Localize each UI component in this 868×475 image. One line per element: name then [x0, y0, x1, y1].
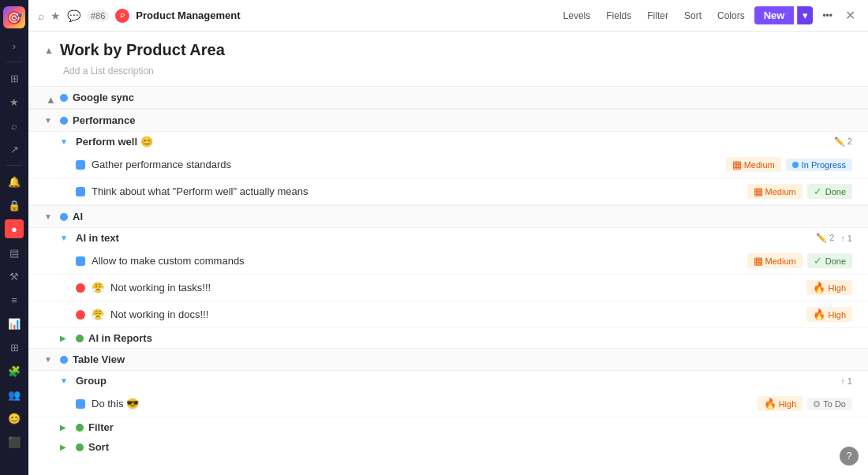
fields-button[interactable]: Fields [600, 7, 638, 24]
main-content: ⌕ ★ 💬 #86 P Product Management Levels Fi… [28, 0, 868, 475]
subgroup-count-ai-text: ✏️ 2 ↑ 1 [816, 233, 852, 243]
star-icon[interactable]: ★ [51, 9, 61, 22]
sidebar-icon-more[interactable]: ⬛ [5, 432, 24, 451]
group-dot-performance [60, 117, 68, 125]
task-status-dot [76, 399, 85, 409]
subgroup-header-perform-well[interactable]: ▼ Perform well 😊 ✏️ 2 [28, 132, 868, 151]
sidebar-icon-card[interactable]: ▤ [5, 243, 24, 262]
task-row[interactable]: Think about what "Perform well" actually… [28, 178, 868, 205]
subgroup-name-filter: Filter [88, 421, 114, 433]
comments-icon[interactable]: 💬 [67, 9, 80, 22]
sidebar-icon-home[interactable]: ⊞ [5, 69, 24, 88]
task-status-dot [76, 283, 85, 293]
task-row[interactable]: Gather performance standards ▦ Medium In… [28, 151, 868, 178]
subgroup-toggle-ai-text: ▼ [60, 234, 71, 242]
sidebar-icon-arrow[interactable]: › [5, 36, 24, 55]
priority-tag[interactable]: ▦ Medium [747, 253, 803, 268]
new-button[interactable]: New [754, 6, 795, 24]
sidebar-icon-search[interactable]: ⌕ [5, 116, 24, 135]
task-status-dot [76, 256, 85, 266]
page-title: Work by Product Area [60, 41, 225, 59]
more-options-button[interactable]: ••• [816, 7, 839, 24]
sidebar-icon-lock[interactable]: 🔒 [5, 196, 24, 215]
priority-icon: ▦ [754, 185, 763, 197]
colors-button[interactable]: Colors [711, 7, 751, 24]
subgroup-dot-sort [76, 443, 84, 451]
search-icon[interactable]: ⌕ [38, 9, 44, 22]
subgroup-dot-ai-reports [76, 335, 84, 342]
group-header-performance[interactable]: ▼ Performance [28, 109, 868, 132]
task-row[interactable]: 😤 Not working in tasks!!! 🔥 High [28, 275, 868, 301]
subgroup-header-ai-text[interactable]: ▼ AI in text ✏️ 2 ↑ 1 [28, 228, 868, 248]
group-google-sync: ▶ Google sync [28, 86, 868, 109]
priority-tag[interactable]: ▦ Medium [747, 184, 803, 199]
task-tags: 🔥 High To Do [758, 396, 852, 411]
priority-tag[interactable]: ▦ Medium [726, 157, 781, 172]
sidebar-icon-bell[interactable]: 🔔 [5, 172, 24, 191]
status-tag[interactable]: ✓ Done [807, 253, 852, 268]
sidebar-icon-chart[interactable]: 📊 [5, 314, 24, 333]
sidebar-icon-star[interactable]: ★ [5, 92, 24, 111]
subgroup-name-perform-well: Perform well 😊 [76, 136, 153, 148]
sidebar-icon-active[interactable]: ● [5, 219, 24, 238]
arrow-count: ↑ 1 [840, 376, 852, 386]
sidebar-icon-users[interactable]: 👥 [5, 385, 24, 404]
topbar-left: ⌕ ★ 💬 #86 P Product Management [38, 9, 551, 23]
sidebar-icon-widgets[interactable]: 🧩 [5, 361, 24, 380]
project-avatar: P [115, 9, 129, 23]
subgroup-header-filter[interactable]: ▶ Filter [28, 417, 868, 437]
done-icon: ✓ [814, 185, 822, 197]
page-collapse-arrow[interactable]: ▲ [44, 45, 54, 56]
levels-button[interactable]: Levels [557, 7, 597, 24]
done-icon: ✓ [814, 255, 822, 267]
subgroup-count-group: ↑ 1 [840, 376, 852, 386]
fire-icon: 🔥 [813, 309, 825, 320]
group-dot-table-view [60, 356, 68, 364]
priority-tag[interactable]: 🔥 High [758, 396, 803, 411]
subgroup-count-perform-well: ✏️ 2 [834, 137, 852, 147]
page-description[interactable]: Add a List description [28, 65, 868, 86]
subgroup-header-sort[interactable]: ▶ Sort [28, 437, 868, 457]
filter-button[interactable]: Filter [641, 7, 675, 24]
priority-tag[interactable]: 🔥 High [806, 280, 852, 295]
task-row[interactable]: 😤 Not working in docs!!! 🔥 High [28, 301, 868, 328]
status-tag[interactable]: To Do [807, 398, 852, 410]
task-row[interactable]: Do this 😎 🔥 High To Do [28, 391, 868, 417]
app-logo[interactable]: 🎯 [3, 6, 25, 28]
group-header-google-sync[interactable]: ▶ Google sync [28, 86, 868, 109]
sidebar-icon-trending[interactable]: ↗ [5, 140, 24, 159]
group-toggle-google-sync: ▶ [46, 92, 54, 103]
sort-button[interactable]: Sort [678, 7, 708, 24]
sidebar: 🎯 › ⊞ ★ ⌕ ↗ 🔔 🔒 ● ▤ ⚒ ≡ 📊 ⊞ 🧩 👥 😊 ⬛ [0, 0, 28, 475]
group-header-table-view[interactable]: ▼ Table View [28, 348, 868, 371]
subgroup-dot-filter [76, 424, 84, 432]
subgroup-header-group[interactable]: ▼ Group ↑ 1 [28, 371, 868, 391]
subgroup-toggle-filter: ▶ [60, 423, 71, 432]
task-row[interactable]: Allow to make custom commands ▦ Medium ✓… [28, 248, 868, 275]
fire-icon: 🔥 [764, 398, 776, 410]
subgroup-toggle-perform-well: ▼ [60, 137, 71, 146]
sidebar-icon-emoji[interactable]: 😊 [5, 409, 24, 428]
help-button[interactable]: ? [840, 447, 859, 466]
subgroup-toggle-group: ▼ [60, 376, 71, 385]
new-dropdown-button[interactable]: ▾ [797, 6, 813, 24]
subgroup-name-sort: Sort [88, 441, 109, 453]
status-tag[interactable]: In Progress [786, 159, 852, 171]
status-tag[interactable]: ✓ Done [807, 184, 852, 199]
close-button[interactable]: ✕ [842, 5, 859, 26]
task-status-dot [76, 310, 85, 320]
subgroup-header-ai-reports[interactable]: ▶ AI in Reports [28, 328, 868, 348]
task-name: Not working in tasks!!! [110, 282, 800, 294]
group-header-ai[interactable]: ▼ AI [28, 205, 868, 228]
status-dot [792, 162, 799, 168]
sidebar-icon-grid[interactable]: ⊞ [5, 338, 24, 357]
group-name-google-sync: Google sync [73, 92, 134, 103]
group-dot-ai [60, 213, 68, 221]
task-tags: 🔥 High [806, 307, 852, 322]
sidebar-icon-layers[interactable]: ≡ [5, 290, 24, 309]
priority-tag[interactable]: 🔥 High [806, 307, 852, 322]
task-name: Do this 😎 [92, 398, 751, 410]
subgroup-toggle-sort: ▶ [60, 443, 71, 451]
sidebar-icon-tools[interactable]: ⚒ [5, 267, 24, 286]
task-count-badge: #86 [87, 10, 109, 21]
